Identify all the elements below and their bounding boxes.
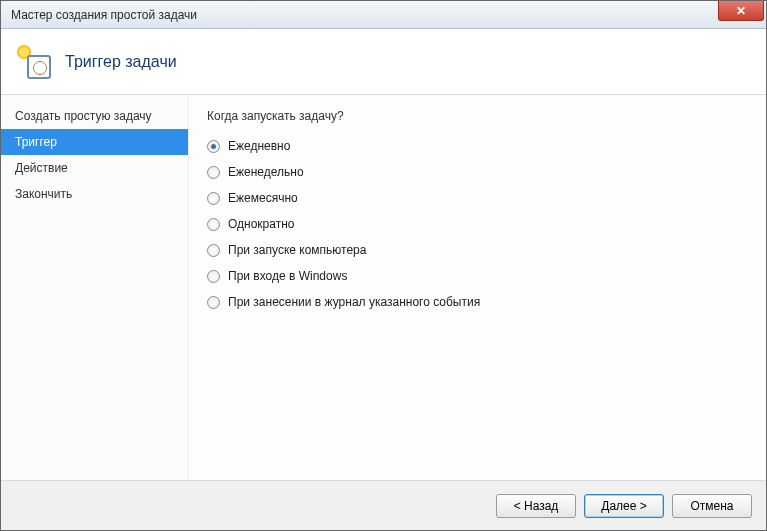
close-button[interactable]: ✕ [718,1,764,21]
task-trigger-icon [17,45,51,79]
radio-on-event-label: При занесении в журнал указанного событи… [228,295,480,309]
radio-daily[interactable] [207,140,220,153]
option-monthly-row[interactable]: Ежемесячно [207,191,748,205]
trigger-question: Когда запускать задачу? [207,109,748,123]
wizard-footer: < Назад Далее > Отмена [1,480,766,530]
option-weekly-row[interactable]: Еженедельно [207,165,748,179]
radio-daily-label: Ежедневно [228,139,290,153]
back-button[interactable]: < Назад [496,494,576,518]
radio-on-startup[interactable] [207,244,220,257]
titlebar: Мастер создания простой задачи ✕ [1,1,766,29]
next-button[interactable]: Далее > [584,494,664,518]
option-on-startup-row[interactable]: При запуске компьютера [207,243,748,257]
sidebar-item-finish[interactable]: Закончить [1,181,188,207]
window-title: Мастер создания простой задачи [11,8,197,22]
radio-on-logon-label: При входе в Windows [228,269,347,283]
close-icon: ✕ [736,4,746,18]
option-on-logon-row[interactable]: При входе в Windows [207,269,748,283]
cancel-button[interactable]: Отмена [672,494,752,518]
radio-on-logon[interactable] [207,270,220,283]
option-on-event-row[interactable]: При занесении в журнал указанного событи… [207,295,748,309]
sidebar-item-action[interactable]: Действие [1,155,188,181]
option-daily-row[interactable]: Ежедневно [207,139,748,153]
page-title: Триггер задачи [65,53,177,71]
wizard-header: Триггер задачи [1,29,766,95]
radio-weekly-label: Еженедельно [228,165,304,179]
radio-once-label: Однократно [228,217,295,231]
wizard-body: Создать простую задачу Триггер Действие … [1,95,766,480]
radio-once[interactable] [207,218,220,231]
sidebar-item-create-task[interactable]: Создать простую задачу [1,103,188,129]
wizard-window: Мастер создания простой задачи ✕ Триггер… [0,0,767,531]
radio-monthly-label: Ежемесячно [228,191,298,205]
wizard-content: Когда запускать задачу? Ежедневно Еженед… [189,95,766,480]
radio-weekly[interactable] [207,166,220,179]
radio-monthly[interactable] [207,192,220,205]
radio-on-event[interactable] [207,296,220,309]
option-once-row[interactable]: Однократно [207,217,748,231]
radio-on-startup-label: При запуске компьютера [228,243,366,257]
sidebar-item-trigger[interactable]: Триггер [1,129,188,155]
wizard-steps-sidebar: Создать простую задачу Триггер Действие … [1,95,189,480]
